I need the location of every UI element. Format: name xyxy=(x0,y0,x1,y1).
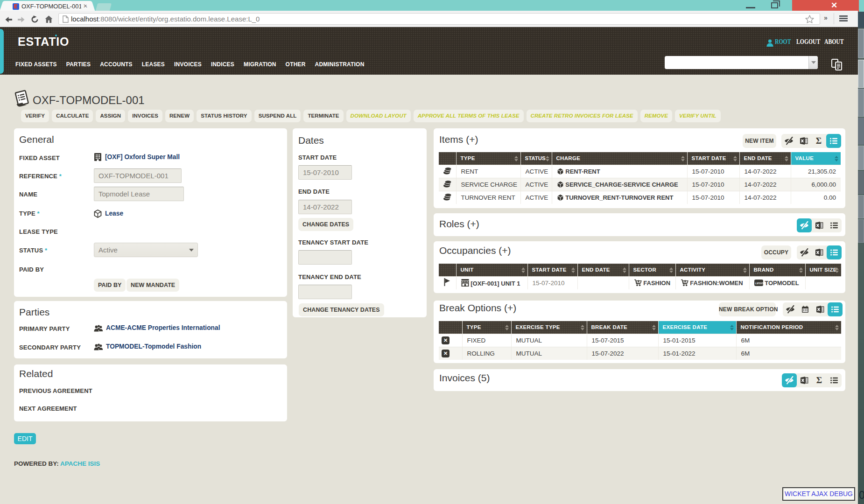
svg-text:LEGO: LEGO xyxy=(755,281,763,284)
